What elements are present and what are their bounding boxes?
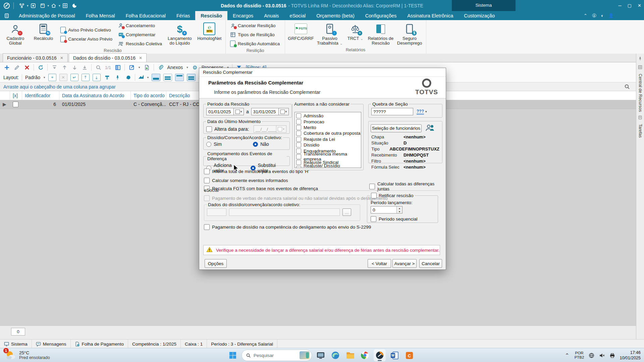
- quebra-secao-input[interactable]: ?????: [371, 108, 413, 115]
- delete-button[interactable]: [23, 64, 30, 71]
- dock-tab-central-de-recursos[interactable]: Central de Recursos: [638, 74, 643, 112]
- calcular-juntas-checkbox[interactable]: [369, 184, 375, 189]
- recalculo-button[interactable]: ↻ Recálculo: [30, 21, 57, 48]
- resources-icon[interactable]: [638, 65, 642, 70]
- opcoes-button[interactable]: Opções: [205, 259, 227, 268]
- item-checkbox[interactable]: [296, 148, 301, 154]
- column-identificador[interactable]: Identificador: [22, 91, 59, 100]
- rescisao-coletiva-button[interactable]: Rescisão Coletiva: [118, 40, 162, 48]
- view-bottom-panel-toggle[interactable]: [152, 74, 160, 81]
- list-item[interactable]: Promocao: [295, 119, 361, 124]
- spin-up-icon[interactable]: ▲: [397, 206, 402, 210]
- help-icon[interactable]: 🛈: [592, 13, 596, 18]
- tab-anuais[interactable]: Anuais: [259, 11, 284, 20]
- tab-encargos[interactable]: Encargos: [227, 11, 259, 20]
- chevron-down-icon[interactable]: ▾: [139, 66, 140, 69]
- browse-button[interactable]: ...: [342, 208, 351, 216]
- cancelar-resilicao-button[interactable]: Cancelar Resilição: [230, 21, 280, 29]
- search-highlight-image[interactable]: [300, 351, 310, 359]
- tipos-de-resilicao-button[interactable]: Tipos de Resilição: [230, 31, 280, 39]
- selecao-funcionarios-button[interactable]: Seleção de funcionários: [371, 124, 422, 132]
- close-tab-icon[interactable]: ✕: [139, 56, 142, 60]
- package-icon[interactable]: [39, 3, 46, 9]
- altera-data-input[interactable]: __/__/____: [254, 125, 276, 133]
- item-checkbox[interactable]: [296, 137, 301, 142]
- relatorios-de-rescisao-button[interactable]: Relatórios de Rescisão: [367, 21, 394, 47]
- item-checkbox[interactable]: [296, 160, 301, 165]
- columns-button[interactable]: [114, 64, 121, 71]
- list-item[interactable]: Merito: [295, 125, 361, 130]
- calendar-dropdown-button[interactable]: ▾: [234, 108, 244, 115]
- column-tipo-acordo[interactable]: Tipo do acordo: [131, 91, 166, 100]
- periodo-fim-input[interactable]: 31/01/2025: [251, 108, 279, 115]
- lancamento-do-liquido-button[interactable]: $+ Lançamento do Líquido: [165, 21, 194, 48]
- cancelar-aviso-previo-button[interactable]: Cancelar Aviso Prévio: [60, 35, 112, 43]
- shape-icon[interactable]: [124, 74, 132, 81]
- grfc-grrf-button[interactable]: ⚑FGTS GRFC/GRRF: [287, 21, 315, 47]
- go-last-button[interactable]: [81, 64, 88, 71]
- row-checkbox[interactable]: [13, 102, 18, 107]
- language-indicator[interactable]: POR PTB2: [575, 351, 584, 360]
- tab-folha-educacional[interactable]: Folha Educacional: [120, 11, 171, 20]
- altera-data-checkbox[interactable]: [206, 126, 212, 132]
- spin-down-icon[interactable]: ▼: [397, 210, 402, 213]
- item-checkbox[interactable]: [296, 142, 301, 147]
- sim-radio[interactable]: [206, 142, 211, 147]
- column-data-assinatura[interactable]: Data da Assinatura do Acordo: [59, 91, 131, 100]
- taskbar-clock[interactable]: 17:46 10/01/2025: [620, 350, 641, 361]
- nao-radio[interactable]: [253, 142, 258, 147]
- maximize-button[interactable]: ▢: [628, 3, 632, 8]
- homolognet-button[interactable]: ℮MTE HomologNet: [196, 21, 223, 48]
- layout-add-button[interactable]: ＋: [48, 74, 56, 81]
- list-item[interactable]: Cobertura de outra proposta: [295, 130, 361, 136]
- anexos-menu[interactable]: Anexos: [167, 65, 183, 70]
- dock-tab-tarefas[interactable]: Tarefas: [638, 124, 643, 138]
- tab-rescisao[interactable]: Rescisão: [195, 11, 227, 20]
- volume-muted-icon[interactable]: [599, 352, 605, 358]
- layout-export-button[interactable]: ⤒: [82, 74, 90, 81]
- collapse-ribbon-icon[interactable]: ⌃: [584, 13, 587, 18]
- dissidio-codigo-input[interactable]: [207, 208, 226, 216]
- close-tab-icon[interactable]: ✕: [60, 56, 63, 60]
- edit-button[interactable]: [13, 64, 20, 71]
- retificar-rescisao-checkbox[interactable]: [371, 193, 377, 198]
- list-item[interactable]: Reajuste da Lei: [295, 136, 361, 142]
- layout-preset-dropdown[interactable]: Padrão: [25, 75, 40, 80]
- taskbar-app-folder[interactable]: [344, 349, 356, 361]
- status-folha-pagamento[interactable]: Folha de Pagamento: [71, 340, 128, 348]
- seguro-desemprego-button[interactable]: $ Seguro Desemprego: [396, 21, 423, 47]
- taskbar-app-c[interactable]: C: [403, 349, 415, 361]
- grid-icon[interactable]: [62, 3, 68, 9]
- complementar-button[interactable]: Complementar: [118, 31, 162, 39]
- list-item[interactable]: Transferencia mesma empresa: [295, 154, 361, 160]
- workflow-icon[interactable]: [18, 3, 25, 9]
- dissidio-descricao-input[interactable]: [229, 208, 340, 216]
- pin-icon[interactable]: [638, 56, 642, 62]
- minimize-button[interactable]: ─: [619, 3, 622, 8]
- item-checkbox[interactable]: [296, 119, 301, 124]
- pagamento-dissidio-checkbox[interactable]: [204, 224, 210, 230]
- trct-button[interactable]: ≡ TRCT ⌄: [345, 21, 366, 47]
- taskbar-search[interactable]: Pesquisar: [241, 350, 312, 361]
- add-button[interactable]: [3, 64, 10, 71]
- taskbar-app-chrome[interactable]: [359, 349, 371, 361]
- calcular-eventos-checkbox[interactable]: [204, 178, 210, 183]
- notification-icon[interactable]: ◐: [601, 13, 604, 18]
- theme-moon-icon[interactable]: [71, 3, 78, 9]
- tasks-icon[interactable]: [638, 115, 642, 121]
- chevron-down-icon[interactable]: ▾: [44, 76, 45, 79]
- weather-widget[interactable]: 1 25°C Pred ensolarado: [5, 349, 50, 361]
- network-icon[interactable]: [588, 352, 594, 358]
- target-icon[interactable]: [30, 3, 37, 9]
- informa-minutos-checkbox[interactable]: [204, 169, 210, 174]
- calendar-dropdown-button[interactable]: ▾: [279, 108, 289, 115]
- list-item[interactable]: Admissão: [295, 113, 361, 119]
- tab-customizacao[interactable]: Customização: [459, 11, 500, 20]
- layout-import-button[interactable]: ⤓: [93, 74, 101, 81]
- periodo-inicio-input[interactable]: 01/01/2025: [206, 108, 234, 115]
- list-item[interactable]: Dissidio: [295, 142, 361, 148]
- start-button[interactable]: [227, 349, 239, 361]
- layout-rename-button[interactable]: ↵: [70, 74, 78, 81]
- cancelar-button[interactable]: Cancelar: [419, 259, 442, 268]
- calendar-dropdown-button[interactable]: ▾: [276, 125, 286, 133]
